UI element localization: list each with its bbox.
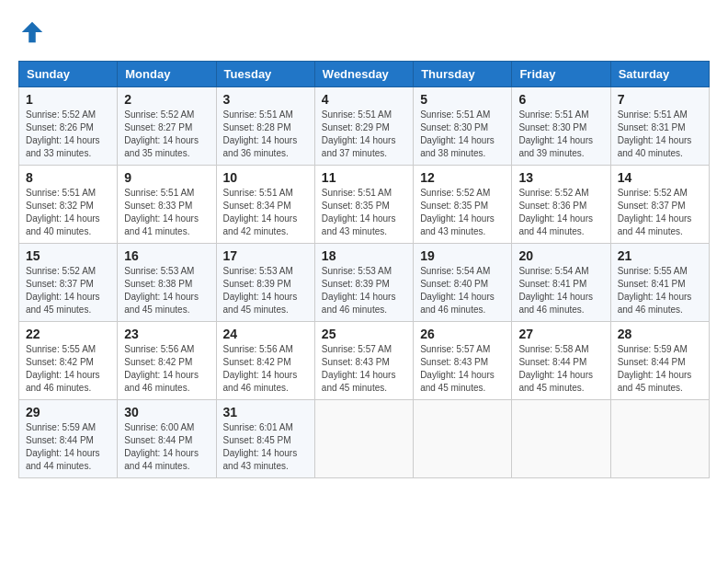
day-number: 19: [420, 248, 505, 263]
calendar-cell: 21Sunrise: 5:55 AM Sunset: 8:41 PM Dayli…: [610, 244, 709, 322]
calendar-week-row: 1Sunrise: 5:52 AM Sunset: 8:26 PM Daylig…: [19, 87, 710, 166]
calendar-cell: 3Sunrise: 5:51 AM Sunset: 8:28 PM Daylig…: [216, 87, 314, 166]
day-info: Sunrise: 5:51 AM Sunset: 8:31 PM Dayligh…: [618, 109, 702, 160]
calendar-week-row: 15Sunrise: 5:52 AM Sunset: 8:37 PM Dayli…: [19, 244, 710, 322]
calendar-cell: 14Sunrise: 5:52 AM Sunset: 8:37 PM Dayli…: [610, 166, 709, 244]
day-info: Sunrise: 5:52 AM Sunset: 8:27 PM Dayligh…: [124, 109, 209, 160]
day-number: 2: [124, 92, 209, 107]
day-info: Sunrise: 5:53 AM Sunset: 8:39 PM Dayligh…: [322, 265, 406, 316]
day-number: 13: [518, 170, 603, 185]
logo-icon: [18, 18, 46, 46]
day-number: 8: [26, 170, 110, 185]
day-info: Sunrise: 5:58 AM Sunset: 8:44 PM Dayligh…: [518, 343, 603, 395]
day-number: 31: [223, 405, 308, 419]
calendar-cell: 4Sunrise: 5:51 AM Sunset: 8:29 PM Daylig…: [314, 87, 413, 166]
calendar-cell: 22Sunrise: 5:55 AM Sunset: 8:42 PM Dayli…: [19, 322, 118, 400]
day-info: Sunrise: 5:54 AM Sunset: 8:40 PM Dayligh…: [420, 265, 505, 316]
day-info: Sunrise: 5:51 AM Sunset: 8:34 PM Dayligh…: [223, 187, 308, 238]
day-info: Sunrise: 5:51 AM Sunset: 8:33 PM Dayligh…: [124, 187, 209, 238]
calendar-cell: 23Sunrise: 5:56 AM Sunset: 8:42 PM Dayli…: [118, 322, 216, 400]
calendar-cell: 19Sunrise: 5:54 AM Sunset: 8:40 PM Dayli…: [414, 244, 512, 322]
day-number: 27: [518, 327, 603, 341]
calendar-week-row: 29Sunrise: 5:59 AM Sunset: 8:44 PM Dayli…: [19, 400, 710, 478]
calendar-header-row: SundayMondayTuesdayWednesdayThursdayFrid…: [19, 62, 710, 87]
day-number: 17: [223, 248, 308, 263]
day-info: Sunrise: 5:59 AM Sunset: 8:44 PM Dayligh…: [26, 421, 110, 473]
day-info: Sunrise: 5:52 AM Sunset: 8:37 PM Dayligh…: [618, 187, 702, 238]
calendar-cell: 25Sunrise: 5:57 AM Sunset: 8:43 PM Dayli…: [314, 322, 413, 400]
day-number: 30: [124, 405, 209, 419]
day-info: Sunrise: 5:57 AM Sunset: 8:43 PM Dayligh…: [322, 343, 406, 395]
day-number: 9: [124, 170, 209, 185]
weekday-header: Sunday: [19, 62, 118, 87]
weekday-header: Monday: [118, 62, 216, 87]
calendar-cell: 15Sunrise: 5:52 AM Sunset: 8:37 PM Dayli…: [19, 244, 118, 322]
day-info: Sunrise: 5:55 AM Sunset: 8:41 PM Dayligh…: [618, 265, 702, 316]
day-info: Sunrise: 5:57 AM Sunset: 8:43 PM Dayligh…: [420, 343, 505, 395]
weekday-header: Friday: [512, 62, 610, 87]
day-info: Sunrise: 5:53 AM Sunset: 8:39 PM Dayligh…: [223, 265, 308, 316]
weekday-header: Tuesday: [216, 62, 314, 87]
day-number: 26: [420, 327, 505, 341]
day-number: 6: [518, 92, 603, 107]
day-info: Sunrise: 5:52 AM Sunset: 8:35 PM Dayligh…: [420, 187, 505, 238]
day-number: 12: [420, 170, 505, 185]
calendar-cell: 26Sunrise: 5:57 AM Sunset: 8:43 PM Dayli…: [414, 322, 512, 400]
calendar-cell: [610, 400, 709, 478]
day-info: Sunrise: 5:55 AM Sunset: 8:42 PM Dayligh…: [26, 343, 110, 395]
calendar-cell: 17Sunrise: 5:53 AM Sunset: 8:39 PM Dayli…: [216, 244, 314, 322]
day-info: Sunrise: 5:56 AM Sunset: 8:42 PM Dayligh…: [223, 343, 308, 395]
calendar-cell: 24Sunrise: 5:56 AM Sunset: 8:42 PM Dayli…: [216, 322, 314, 400]
calendar-cell: 27Sunrise: 5:58 AM Sunset: 8:44 PM Dayli…: [512, 322, 610, 400]
day-info: Sunrise: 5:59 AM Sunset: 8:44 PM Dayligh…: [618, 343, 702, 395]
calendar-cell: 9Sunrise: 5:51 AM Sunset: 8:33 PM Daylig…: [118, 166, 216, 244]
calendar-cell: 29Sunrise: 5:59 AM Sunset: 8:44 PM Dayli…: [19, 400, 118, 478]
day-info: Sunrise: 5:51 AM Sunset: 8:30 PM Dayligh…: [420, 109, 505, 160]
calendar-cell: 6Sunrise: 5:51 AM Sunset: 8:30 PM Daylig…: [512, 87, 610, 166]
calendar-cell: [414, 400, 512, 478]
day-info: Sunrise: 5:52 AM Sunset: 8:26 PM Dayligh…: [26, 109, 110, 160]
svg-marker-0: [22, 22, 43, 43]
weekday-header: Saturday: [610, 62, 709, 87]
day-number: 18: [322, 248, 406, 263]
calendar-cell: 12Sunrise: 5:52 AM Sunset: 8:35 PM Dayli…: [414, 166, 512, 244]
day-info: Sunrise: 5:51 AM Sunset: 8:30 PM Dayligh…: [518, 109, 603, 160]
day-number: 1: [26, 92, 110, 107]
day-info: Sunrise: 5:51 AM Sunset: 8:28 PM Dayligh…: [223, 109, 308, 160]
weekday-header: Thursday: [414, 62, 512, 87]
calendar-cell: 1Sunrise: 5:52 AM Sunset: 8:26 PM Daylig…: [19, 87, 118, 166]
day-number: 22: [26, 327, 110, 341]
day-info: Sunrise: 5:54 AM Sunset: 8:41 PM Dayligh…: [518, 265, 603, 316]
day-info: Sunrise: 5:56 AM Sunset: 8:42 PM Dayligh…: [124, 343, 209, 395]
calendar-table: SundayMondayTuesdayWednesdayThursdayFrid…: [18, 61, 710, 478]
calendar-week-row: 8Sunrise: 5:51 AM Sunset: 8:32 PM Daylig…: [19, 166, 710, 244]
day-number: 3: [223, 92, 308, 107]
day-number: 20: [518, 248, 603, 263]
day-info: Sunrise: 5:51 AM Sunset: 8:35 PM Dayligh…: [322, 187, 406, 238]
day-number: 5: [420, 92, 505, 107]
day-info: Sunrise: 5:51 AM Sunset: 8:32 PM Dayligh…: [26, 187, 110, 238]
calendar-cell: [512, 400, 610, 478]
day-number: 29: [26, 405, 110, 419]
day-number: 25: [322, 327, 406, 341]
page-header: [18, 18, 710, 46]
day-info: Sunrise: 5:52 AM Sunset: 8:36 PM Dayligh…: [518, 187, 603, 238]
weekday-header: Wednesday: [314, 62, 413, 87]
calendar-cell: 18Sunrise: 5:53 AM Sunset: 8:39 PM Dayli…: [314, 244, 413, 322]
calendar-cell: 30Sunrise: 6:00 AM Sunset: 8:44 PM Dayli…: [118, 400, 216, 478]
day-number: 21: [618, 248, 702, 263]
day-number: 15: [26, 248, 110, 263]
calendar-cell: 10Sunrise: 5:51 AM Sunset: 8:34 PM Dayli…: [216, 166, 314, 244]
calendar-cell: 20Sunrise: 5:54 AM Sunset: 8:41 PM Dayli…: [512, 244, 610, 322]
calendar-cell: 28Sunrise: 5:59 AM Sunset: 8:44 PM Dayli…: [610, 322, 709, 400]
day-number: 11: [322, 170, 406, 185]
logo: [18, 18, 50, 46]
day-number: 23: [124, 327, 209, 341]
day-number: 24: [223, 327, 308, 341]
day-info: Sunrise: 5:51 AM Sunset: 8:29 PM Dayligh…: [322, 109, 406, 160]
day-number: 4: [322, 92, 406, 107]
day-info: Sunrise: 5:52 AM Sunset: 8:37 PM Dayligh…: [26, 265, 110, 316]
day-number: 10: [223, 170, 308, 185]
calendar-cell: 5Sunrise: 5:51 AM Sunset: 8:30 PM Daylig…: [414, 87, 512, 166]
calendar-cell: [314, 400, 413, 478]
